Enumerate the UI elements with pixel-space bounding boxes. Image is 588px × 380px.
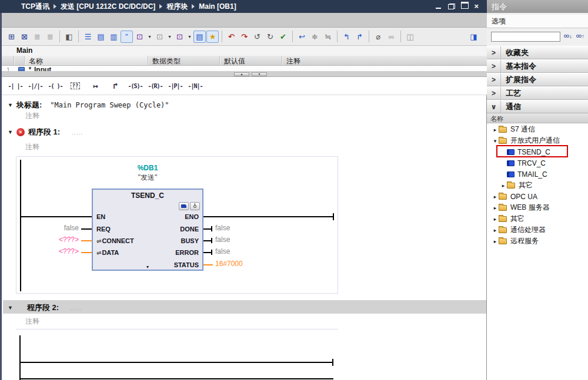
- expand-icon[interactable]: ▸: [492, 127, 499, 133]
- set-coil-icon[interactable]: -(S)-: [126, 79, 144, 93]
- minimize-button[interactable]: [435, 4, 442, 9]
- monitor-selected-icon[interactable]: ≑: [309, 31, 321, 43]
- jump-prev-icon[interactable]: ↰: [340, 31, 353, 43]
- column-comment[interactable]: 注释: [283, 56, 487, 65]
- done-value[interactable]: false: [215, 224, 230, 232]
- coil-icon[interactable]: -( )-: [46, 79, 64, 93]
- breadcrumb-program-blocks[interactable]: 程序块: [166, 2, 188, 12]
- open-branch-icon[interactable]: ↦: [86, 79, 104, 93]
- network1-title-placeholder[interactable]: .....: [72, 129, 83, 136]
- restore-button[interactable]: [448, 4, 455, 9]
- expand-icon[interactable]: ▸: [492, 216, 499, 222]
- find-replace-icon[interactable]: ⌀: [372, 31, 385, 43]
- pin-done[interactable]: DONE: [180, 226, 199, 233]
- fbd-box-open-icon[interactable]: ⊡: [173, 31, 186, 43]
- dropdown-arrow-icon[interactable]: ▾: [146, 31, 153, 43]
- section-extended-instructions[interactable]: > 扩展指令: [487, 73, 588, 86]
- network1-header[interactable]: ▼ × 程序段 1: .....: [8, 127, 83, 137]
- splitter-down-button[interactable]: ▼: [252, 72, 267, 76]
- search-input[interactable]: [491, 32, 560, 42]
- p-trigger-icon[interactable]: -|P|-: [166, 79, 184, 93]
- expand-icon[interactable]: ▸: [492, 238, 499, 244]
- section-communication[interactable]: ∨ 通信: [487, 100, 588, 113]
- no-contact-icon[interactable]: -| |-: [6, 79, 24, 93]
- network2-title-placeholder[interactable]: .....: [71, 305, 82, 311]
- network-comments-icon[interactable]: ”: [121, 31, 133, 43]
- block-name[interactable]: TSEND_C: [93, 191, 202, 200]
- expand-icon[interactable]: ▸: [492, 205, 499, 211]
- fbd-box-icon[interactable]: ⊡: [133, 31, 146, 43]
- dropdown-arrow-icon[interactable]: ▾: [186, 31, 193, 43]
- favorites-icon[interactable]: ★: [206, 31, 219, 43]
- diagnostics-icon[interactable]: [190, 202, 200, 210]
- snapshot-load-icon[interactable]: ↺: [251, 31, 263, 43]
- insert-network-icon[interactable]: ⊞: [5, 31, 18, 43]
- data-value[interactable]: <???>: [44, 247, 79, 255]
- instance-db-icon[interactable]: [179, 202, 189, 210]
- breadcrumb-project[interactable]: TCP通讯: [21, 2, 49, 12]
- close-button[interactable]: ×: [474, 1, 479, 12]
- tree-item-others[interactable]: ▸ 其它: [492, 213, 524, 224]
- outline-icon[interactable]: ☰: [82, 31, 94, 43]
- delete-row-icon[interactable]: ≣: [44, 31, 56, 43]
- collapse-networks-icon[interactable]: ▤: [95, 31, 107, 43]
- chevron-down-icon[interactable]: ∨: [487, 100, 501, 113]
- monitor-on-off-icon[interactable]: ↩: [296, 31, 308, 43]
- column-name[interactable]: 名称: [25, 56, 149, 65]
- maximize-button[interactable]: [461, 4, 468, 9]
- tsend-c-block[interactable]: TSEND_C EN REQ ⇌CONNECT ⇌DATA ENO DONE B…: [92, 189, 203, 271]
- connect-value[interactable]: <???>: [44, 236, 79, 244]
- pin-error[interactable]: ERROR: [175, 249, 199, 256]
- chevron-right-icon[interactable]: >: [487, 87, 501, 99]
- nc-contact-icon[interactable]: -|/|-: [26, 79, 44, 93]
- instance-db[interactable]: %DB1: [92, 164, 203, 172]
- pin-en[interactable]: EN: [96, 213, 105, 220]
- glasses-view-icon[interactable]: ∞: [385, 31, 397, 43]
- tree-item-tmail-c[interactable]: TMAIL_C: [507, 169, 547, 180]
- monitor-skip-icon[interactable]: ≒: [322, 31, 334, 43]
- keep-format-icon[interactable]: ◧: [63, 31, 75, 43]
- redo-error-icon[interactable]: ↷: [238, 31, 250, 43]
- column-default[interactable]: 默认值: [220, 56, 283, 65]
- network1-comment-placeholder[interactable]: 注释: [25, 142, 39, 152]
- dropdown-arrow-icon[interactable]: ▾: [166, 31, 173, 43]
- block-title-row[interactable]: ▼ 块标题: "Main Program Sweep (Cycle)": [8, 100, 169, 110]
- search-down-icon[interactable]: ↓: [564, 33, 572, 39]
- empty-box-icon[interactable]: ??: [66, 79, 84, 93]
- snapshot-copy-icon[interactable]: ↻: [264, 31, 276, 43]
- reset-coil-icon[interactable]: -(R)-: [146, 79, 164, 93]
- pin-busy[interactable]: BUSY: [181, 237, 199, 244]
- interface-row-input[interactable]: 1 ▼ Input: [2, 66, 487, 72]
- editor-layout-icon[interactable]: ◨: [467, 31, 480, 43]
- breadcrumb-main-ob1[interactable]: Main [OB1]: [199, 2, 236, 11]
- collapse-icon[interactable]: ▼: [8, 305, 13, 311]
- breadcrumb-device[interactable]: 发送 [CPU 1212C DC/DC/DC]: [61, 2, 155, 12]
- undo-error-icon[interactable]: ↶: [225, 31, 238, 43]
- section-favorites[interactable]: > 收藏夹: [487, 46, 588, 59]
- table-splitter[interactable]: ▲ ▼: [2, 72, 487, 77]
- expand-icon[interactable]: ▸: [500, 183, 507, 189]
- status-value[interactable]: 16#7000: [215, 260, 243, 268]
- close-branch-icon[interactable]: ↱: [106, 79, 124, 93]
- tree-item-opc-ua[interactable]: ▸ OPC UA: [492, 191, 537, 202]
- pin-eno[interactable]: ENO: [185, 213, 199, 220]
- fbd-box-gray-icon[interactable]: ⊡: [153, 31, 166, 43]
- pin-data[interactable]: ⇌DATA: [96, 249, 119, 256]
- req-value[interactable]: false: [44, 224, 79, 232]
- block-expand-icon[interactable]: ▾: [93, 264, 202, 270]
- chevron-right-icon[interactable]: >: [487, 60, 501, 72]
- block-comment-placeholder[interactable]: 注释: [25, 111, 39, 121]
- tab-main[interactable]: Main: [16, 46, 32, 55]
- tree-item-communication-processors[interactable]: ▸ 通信处理器: [492, 224, 546, 236]
- network2-comment-placeholder[interactable]: 注释: [25, 317, 39, 327]
- section-basic-instructions[interactable]: > 基本指令: [487, 59, 588, 73]
- expand-icon[interactable]: ▸: [492, 194, 499, 200]
- block-title-value[interactable]: "Main Program Sweep (Cycle)": [50, 101, 169, 109]
- download-consistency-icon[interactable]: ✔: [277, 31, 289, 43]
- expand-icon[interactable]: ▸: [492, 227, 499, 233]
- insert-row-icon[interactable]: ≣: [31, 31, 44, 43]
- tree-item-tsend-c[interactable]: TSEND_C: [507, 146, 550, 157]
- chevron-right-icon[interactable]: >: [487, 46, 501, 59]
- collapse-icon[interactable]: ▾: [492, 138, 499, 144]
- jump-next-icon[interactable]: ↱: [353, 31, 366, 43]
